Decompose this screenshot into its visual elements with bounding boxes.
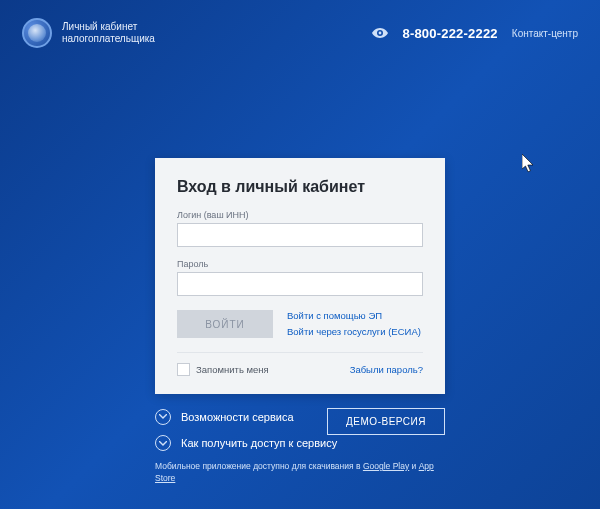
login-input[interactable] — [177, 223, 423, 247]
features-text: Возможности сервиса — [181, 411, 294, 423]
password-input[interactable] — [177, 272, 423, 296]
support-phone[interactable]: 8-800-222-2222 — [402, 26, 497, 41]
login-label: Логин (ваш ИНН) — [177, 210, 423, 220]
password-label: Пароль — [177, 259, 423, 269]
header: Личный кабинет налогоплательщика 8-800-2… — [0, 0, 600, 48]
demo-button[interactable]: ДЕМО-ВЕРСИЯ — [327, 408, 445, 435]
login-ep-link[interactable]: Войти с помощью ЭП — [287, 310, 421, 321]
chevron-down-icon — [155, 435, 171, 451]
remember-checkbox[interactable] — [177, 363, 190, 376]
howto-link[interactable]: Как получить доступ к сервису — [155, 435, 445, 451]
remember-label: Запомнить меня — [196, 364, 269, 375]
header-right: 8-800-222-2222 Контакт-центр — [372, 26, 578, 41]
howto-text: Как получить доступ к сервису — [181, 437, 337, 449]
chevron-down-icon — [155, 409, 171, 425]
accessibility-icon[interactable] — [372, 28, 388, 38]
app-note-and: и — [409, 461, 418, 471]
features-link[interactable]: Возможности сервиса — [155, 409, 294, 425]
login-title: Вход в личный кабинет — [177, 178, 423, 196]
app-note-prefix: Мобильное приложение доступно для скачив… — [155, 461, 363, 471]
forgot-password-link[interactable]: Забыли пароль? — [350, 364, 423, 375]
fns-logo — [22, 18, 52, 48]
login-card: Вход в личный кабинет Логин (ваш ИНН) Па… — [155, 158, 445, 394]
brand-line2: налогоплательщика — [62, 33, 155, 46]
brand: Личный кабинет налогоплательщика — [22, 18, 155, 48]
alt-login-links: Войти с помощью ЭП Войти через госуслуги… — [287, 310, 421, 337]
brand-text: Личный кабинет налогоплательщика — [62, 21, 155, 46]
remember-row: Запомнить меня Забыли пароль? — [177, 352, 423, 376]
remember-wrap: Запомнить меня — [177, 363, 269, 376]
mouse-cursor-icon — [522, 154, 536, 178]
google-play-link[interactable]: Google Play — [363, 461, 409, 471]
brand-line1: Личный кабинет — [62, 21, 155, 34]
login-row: ВОЙТИ Войти с помощью ЭП Войти через гос… — [177, 310, 423, 338]
app-note: Мобильное приложение доступно для скачив… — [155, 461, 445, 485]
features-row: Возможности сервиса ДЕМО-ВЕРСИЯ — [155, 408, 445, 435]
svg-point-0 — [379, 32, 382, 35]
contact-center-link[interactable]: Контакт-центр — [512, 28, 578, 39]
login-esia-link[interactable]: Войти через госуслуги (ЕСИА) — [287, 326, 421, 337]
login-button[interactable]: ВОЙТИ — [177, 310, 273, 338]
below-card: Возможности сервиса ДЕМО-ВЕРСИЯ Как полу… — [155, 408, 445, 485]
